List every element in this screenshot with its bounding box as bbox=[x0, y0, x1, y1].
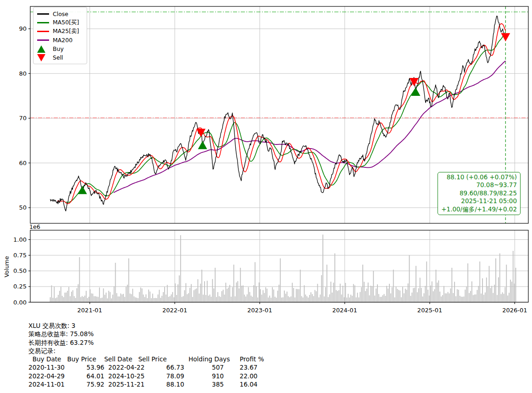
price-ytick-label: 80 bbox=[19, 70, 27, 77]
volume-bar bbox=[143, 294, 144, 302]
volume-bar bbox=[397, 289, 398, 302]
volume-bar bbox=[490, 288, 491, 302]
volume-bar bbox=[377, 284, 378, 302]
volume-bar bbox=[393, 270, 394, 302]
volume-bar bbox=[199, 293, 200, 302]
volume-bar bbox=[469, 293, 470, 302]
strategy-summary: XLU 交易次数: 3 策略总收益率: 75.08% 长期持有收益: 63.27… bbox=[28, 321, 264, 388]
volume-bar bbox=[276, 298, 277, 302]
volume-bar bbox=[455, 296, 456, 302]
volume-bar bbox=[150, 292, 150, 302]
axes-layer bbox=[28, 6, 528, 304]
volume-bar bbox=[87, 298, 88, 302]
volume-bar bbox=[451, 268, 452, 302]
volume-bar bbox=[191, 284, 192, 302]
volume-bar bbox=[442, 295, 443, 302]
volume-bar bbox=[414, 288, 415, 302]
volume-bar bbox=[434, 289, 435, 302]
legend-label: Close bbox=[53, 11, 68, 17]
annotation-ma-line: 89.60/88.79/82.25 bbox=[441, 189, 517, 197]
sell-triangle-icon bbox=[37, 54, 45, 61]
volume-bar bbox=[263, 290, 264, 302]
volume-bar bbox=[406, 290, 407, 302]
ma50-line-swatch bbox=[37, 22, 49, 23]
volume-bar bbox=[145, 294, 146, 302]
volume-bar bbox=[315, 290, 316, 302]
volume-bar bbox=[232, 287, 233, 302]
volume-bar bbox=[485, 293, 486, 302]
volume-bar bbox=[349, 298, 350, 302]
volume-bar bbox=[103, 288, 104, 302]
volume-bar bbox=[98, 297, 99, 302]
date-xtick-label: 2022-01 bbox=[162, 307, 187, 314]
annotation-datetime-line: 2025-11-21 05:00 bbox=[441, 197, 517, 205]
volume-bar bbox=[350, 295, 351, 302]
volume-bar bbox=[441, 297, 442, 302]
volume-bar bbox=[272, 287, 273, 302]
tick-labels-layer: 50607080900.000.250.500.751.002021-01202… bbox=[13, 25, 527, 314]
volume-bar bbox=[222, 291, 222, 302]
volume-bar bbox=[238, 288, 239, 302]
volume-bar bbox=[352, 296, 353, 302]
annotation-price-line: 88.10 (+0.06 +0.07%) bbox=[441, 173, 517, 181]
volume-bar bbox=[478, 286, 479, 302]
volume-bar bbox=[457, 289, 458, 302]
volume-bar bbox=[301, 296, 302, 302]
volume-bar bbox=[132, 289, 133, 302]
volume-bar bbox=[411, 293, 412, 302]
volume-bar bbox=[479, 261, 480, 302]
volume-bar bbox=[430, 286, 431, 302]
volume-bar bbox=[244, 294, 245, 302]
volume-bar bbox=[283, 297, 283, 302]
volume-bar bbox=[126, 287, 127, 302]
volume-bar bbox=[416, 266, 416, 302]
volume-bar bbox=[66, 293, 66, 302]
volume-bar bbox=[394, 297, 395, 302]
volume-bar bbox=[156, 298, 157, 302]
volume-bar bbox=[213, 288, 214, 302]
volume-bar bbox=[293, 288, 294, 302]
summary-holding-return: 长期持有收益: 63.27% bbox=[28, 338, 264, 347]
volume-bar bbox=[89, 297, 89, 302]
volume-bar bbox=[413, 288, 414, 302]
volume-bar bbox=[332, 293, 332, 302]
volume-bar bbox=[408, 283, 409, 302]
volume-bar bbox=[501, 294, 502, 302]
volume-bar bbox=[159, 290, 160, 302]
volume-bar bbox=[188, 293, 189, 302]
volume-bar bbox=[91, 293, 92, 302]
volume-bar bbox=[224, 294, 225, 302]
volume-bar bbox=[381, 297, 382, 302]
volume-bar bbox=[473, 295, 474, 302]
buy-triangle-icon bbox=[37, 45, 45, 53]
volume-bar bbox=[135, 297, 136, 302]
volume-bar bbox=[238, 281, 238, 302]
volume-bar bbox=[357, 293, 358, 302]
volume-bar bbox=[297, 289, 298, 302]
volume-bar bbox=[296, 289, 297, 302]
volume-bar bbox=[348, 294, 349, 302]
volume-axis-label: Volume bbox=[3, 249, 10, 285]
legend-label: Sell bbox=[53, 54, 63, 61]
volume-bar bbox=[255, 262, 255, 302]
volume-bar bbox=[216, 297, 217, 302]
volume-bar bbox=[168, 297, 169, 302]
volume-bar bbox=[291, 296, 292, 302]
volume-bar bbox=[252, 297, 253, 302]
volume-bar bbox=[509, 293, 510, 302]
volume-bar bbox=[318, 297, 319, 302]
volume-bar bbox=[385, 296, 386, 302]
volume-bar bbox=[140, 288, 141, 302]
volume-bar bbox=[211, 297, 212, 302]
volume-bar bbox=[404, 293, 405, 302]
volume-bar bbox=[90, 289, 91, 302]
volume-bar bbox=[343, 286, 344, 302]
volume-bar bbox=[160, 298, 161, 302]
volume-bar bbox=[184, 290, 185, 302]
volume-bar bbox=[110, 292, 111, 302]
volume-bar bbox=[175, 283, 176, 302]
volume-bar bbox=[356, 297, 357, 302]
volume-bar bbox=[68, 287, 69, 302]
volume-bar bbox=[59, 291, 60, 302]
volume-bar bbox=[464, 297, 465, 302]
